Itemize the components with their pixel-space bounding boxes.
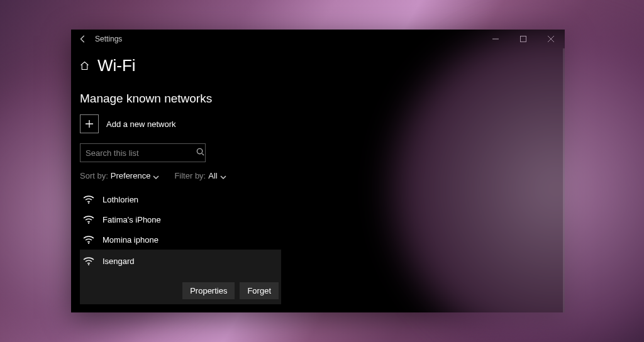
search-box[interactable] (80, 143, 206, 162)
minimize-button[interactable] (482, 30, 509, 48)
network-name: Fatima's iPhone (103, 215, 161, 224)
svg-point-4 (88, 243, 89, 244)
list-filters: Sort by: Preference Filter by: All (80, 171, 557, 180)
settings-window: Settings Wi-Fi Manage known networks (71, 30, 565, 312)
properties-button[interactable]: Properties (182, 282, 235, 299)
back-button[interactable] (71, 30, 95, 48)
close-button[interactable] (537, 30, 565, 48)
manage-networks-section: Manage known networks Add a new network … (79, 92, 557, 304)
forget-button[interactable]: Forget (240, 282, 279, 299)
chevron-down-icon (220, 173, 226, 179)
sort-dropdown[interactable]: Sort by: Preference (80, 171, 159, 180)
wifi-icon (82, 256, 95, 266)
network-item[interactable]: Fatima's iPhone (80, 209, 557, 229)
add-network-button[interactable]: Add a new network (80, 114, 557, 133)
sort-label: Sort by: (80, 171, 108, 180)
svg-point-1 (197, 148, 202, 153)
wifi-icon (82, 194, 95, 204)
add-network-label: Add a new network (106, 119, 176, 129)
network-name: Isengard (103, 256, 135, 266)
svg-point-3 (88, 223, 89, 224)
sort-value: Preference (111, 171, 151, 180)
wifi-icon (82, 234, 95, 245)
network-actions: Properties Forget (182, 282, 279, 299)
section-heading: Manage known networks (80, 92, 557, 106)
network-list: Lothlorien Fatima's iPhone Momina iphone (80, 189, 557, 304)
plus-icon (80, 114, 99, 133)
title-bar: Settings (71, 30, 565, 48)
network-name: Lothlorien (103, 195, 138, 204)
home-icon[interactable] (79, 60, 90, 72)
svg-point-5 (88, 264, 89, 265)
search-input[interactable] (86, 148, 191, 158)
window-body: Wi-Fi Manage known networks Add a new ne… (71, 48, 565, 312)
search-icon (196, 147, 204, 158)
scrollbar[interactable] (563, 48, 565, 312)
network-name: Momina iphone (103, 235, 158, 245)
page-title: Wi-Fi (97, 56, 136, 75)
svg-rect-0 (521, 36, 526, 42)
page-header: Wi-Fi (79, 48, 557, 80)
filter-value: All (208, 171, 217, 180)
chevron-down-icon (153, 173, 159, 179)
network-item[interactable]: Lothlorien (80, 189, 557, 209)
filter-label: Filter by: (174, 171, 206, 180)
network-item[interactable]: Momina iphone (80, 229, 557, 250)
svg-point-2 (88, 202, 89, 204)
network-item-selected[interactable]: Isengard Properties Forget (80, 250, 281, 304)
maximize-button[interactable] (509, 30, 537, 48)
wifi-icon (82, 214, 95, 224)
app-title: Settings (95, 35, 122, 43)
filter-dropdown[interactable]: Filter by: All (174, 171, 226, 180)
